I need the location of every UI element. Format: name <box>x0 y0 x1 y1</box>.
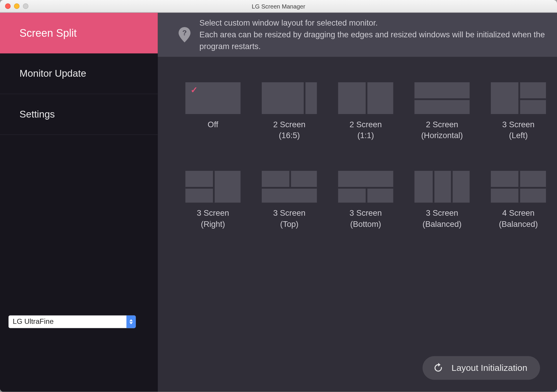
sidebar-spacer <box>0 135 158 316</box>
layout-option-3-right[interactable]: 3 Screen(Right) <box>179 171 247 230</box>
titlebar[interactable]: LG Screen Manager <box>0 0 557 13</box>
layout-option-2-16-5[interactable]: 2 Screen(16:5) <box>255 82 323 141</box>
minimize-icon[interactable] <box>14 4 20 9</box>
layout-label: Off <box>208 119 218 141</box>
layout-option-3-bottom[interactable]: 3 Screen(Bottom) <box>332 171 400 230</box>
layout-label: 2 Screen(1:1) <box>350 119 382 141</box>
main: ? Select custom window layout for select… <box>158 13 557 392</box>
layout-option-3-top[interactable]: 3 Screen(Top) <box>255 171 323 230</box>
layout-thumb <box>262 82 317 114</box>
layout-label: 3 Screen(Bottom) <box>350 208 382 230</box>
updown-arrows-icon <box>126 315 136 328</box>
sidebar-item-label: Screen Split <box>19 27 76 39</box>
close-icon[interactable] <box>5 4 11 9</box>
layout-option-4-balanced[interactable]: 4 Screen(Balanced) <box>484 171 552 230</box>
sidebar-item-label: Settings <box>19 108 55 120</box>
sidebar: Screen SplitMonitor UpdateSettings LG Ul… <box>0 13 158 392</box>
info-bar: ? Select custom window layout for select… <box>158 13 557 57</box>
layout-option-2-horizontal[interactable]: 2 Screen(Horizontal) <box>408 82 476 141</box>
reload-icon <box>433 362 444 373</box>
layout-initialization-label: Layout Initialization <box>451 363 527 373</box>
layout-label: 3 Screen(Top) <box>273 208 306 230</box>
layout-thumb <box>185 171 241 202</box>
layout-thumb <box>414 82 470 114</box>
layout-option-3-left[interactable]: 3 Screen(Left) <box>484 82 552 141</box>
layout-label: 4 Screen(Balanced) <box>499 208 538 230</box>
layout-grid: ✓Off2 Screen(16:5)2 Screen(1:1)2 Screen(… <box>179 82 540 230</box>
layout-option-2-1-1[interactable]: 2 Screen(1:1) <box>332 82 400 141</box>
layout-label: 2 Screen(16:5) <box>273 119 306 141</box>
layout-option-3-balanced[interactable]: 3 Screen(Balanced) <box>408 171 476 230</box>
info-text: Select custom window layout for selected… <box>199 17 549 53</box>
window-title: LG Screen Manager <box>0 3 557 9</box>
app-window: LG Screen Manager Screen SplitMonitor Up… <box>0 0 557 392</box>
zoom-icon <box>23 4 29 9</box>
content: ✓Off2 Screen(16:5)2 Screen(1:1)2 Screen(… <box>158 57 557 392</box>
monitor-select-wrap: LG UltraFine <box>0 315 158 392</box>
monitor-select[interactable]: LG UltraFine <box>9 315 136 328</box>
layout-label: 2 Screen(Horizontal) <box>421 119 463 141</box>
layout-label: 3 Screen(Balanced) <box>423 208 462 230</box>
sidebar-item-label: Monitor Update <box>19 68 86 79</box>
layout-thumb: ✓ <box>185 82 241 114</box>
layout-thumb <box>491 171 546 202</box>
layout-thumb <box>338 82 393 114</box>
check-icon: ✓ <box>191 85 198 95</box>
layout-option-off[interactable]: ✓Off <box>179 82 247 141</box>
traffic-lights <box>5 4 28 9</box>
monitor-select-value: LG UltraFine <box>13 317 54 326</box>
sidebar-item-settings[interactable]: Settings <box>0 94 158 135</box>
sidebar-item-monitor-update[interactable]: Monitor Update <box>0 53 158 94</box>
layout-thumb <box>262 171 317 202</box>
layout-thumb <box>338 171 393 202</box>
layout-label: 3 Screen(Left) <box>502 119 535 141</box>
help-pin-icon: ? <box>177 26 192 43</box>
layout-label: 3 Screen(Right) <box>197 208 229 230</box>
svg-text:?: ? <box>182 29 187 37</box>
layout-initialization-button[interactable]: Layout Initialization <box>423 356 540 380</box>
sidebar-item-screen-split[interactable]: Screen Split <box>0 13 158 53</box>
layout-thumb <box>491 82 546 114</box>
window-body: Screen SplitMonitor UpdateSettings LG Ul… <box>0 13 557 392</box>
layout-thumb <box>414 171 470 202</box>
